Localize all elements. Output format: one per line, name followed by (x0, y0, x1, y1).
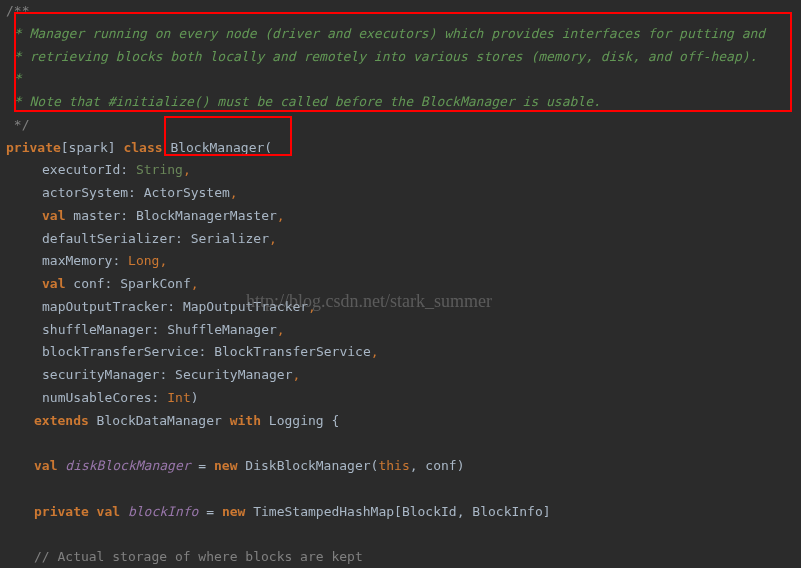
param-line: val conf: SparkConf, (6, 273, 801, 296)
param-line: defaultSerializer: Serializer, (6, 228, 801, 251)
class-decl: private[spark] class BlockManager( (6, 137, 801, 160)
param-line: numUsableCores: Int) (6, 387, 801, 410)
body-line: private val blockInfo = new TimeStampedH… (6, 501, 801, 524)
blank-line (6, 432, 801, 455)
blank-line (6, 523, 801, 546)
param-line: executorId: String, (6, 159, 801, 182)
doc-line: * (6, 68, 801, 91)
param-line: val master: BlockManagerMaster, (6, 205, 801, 228)
param-line: actorSystem: ActorSystem, (6, 182, 801, 205)
doc-line: * Manager running on every node (driver … (6, 23, 801, 46)
param-line: maxMemory: Long, (6, 250, 801, 273)
param-line: blockTransferService: BlockTransferServi… (6, 341, 801, 364)
param-line: shuffleManager: ShuffleManager, (6, 319, 801, 342)
param-line: mapOutputTracker: MapOutputTracker, (6, 296, 801, 319)
doc-close: */ (6, 114, 801, 137)
doc-line: * Note that #initialize() must be called… (6, 91, 801, 114)
body-line: val diskBlockManager = new DiskBlockMana… (6, 455, 801, 478)
doc-line: * retrieving blocks both locally and rem… (6, 46, 801, 69)
blank-line (6, 478, 801, 501)
code-editor[interactable]: /** * Manager running on every node (dri… (0, 0, 801, 568)
comment-line: // Actual storage of where blocks are ke… (6, 546, 801, 568)
extends-line: extends BlockDataManager with Logging { (6, 410, 801, 433)
doc-open: /** (6, 0, 801, 23)
param-line: securityManager: SecurityManager, (6, 364, 801, 387)
